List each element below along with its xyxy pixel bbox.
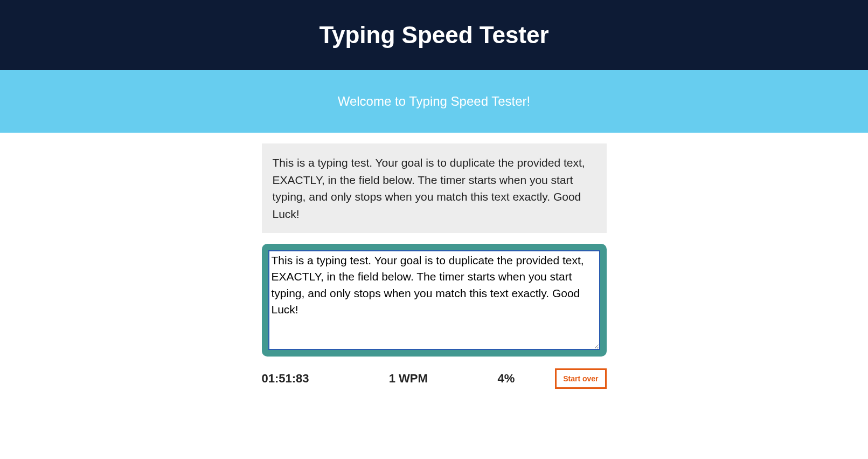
wpm-display: 1 WPM (359, 372, 457, 386)
instructions-text: This is a typing test. Your goal is to d… (273, 156, 585, 220)
app-title: Typing Speed Tester (11, 22, 857, 49)
typing-input[interactable] (268, 250, 600, 350)
timer-display: 01:51:83 (262, 372, 360, 386)
typing-area-wrapper (262, 244, 607, 357)
start-over-button[interactable]: Start over (555, 368, 606, 389)
stats-row: 01:51:83 1 WPM 4% Start over (262, 368, 607, 389)
instructions-box: This is a typing test. Your goal is to d… (262, 143, 607, 233)
app-header: Typing Speed Tester (0, 0, 868, 70)
accuracy-display: 4% (457, 372, 555, 386)
start-over-container: Start over (555, 368, 606, 389)
welcome-banner: Welcome to Typing Speed Tester! (0, 70, 868, 133)
welcome-message: Welcome to Typing Speed Tester! (338, 94, 531, 108)
main-container: This is a typing test. Your goal is to d… (262, 133, 607, 400)
